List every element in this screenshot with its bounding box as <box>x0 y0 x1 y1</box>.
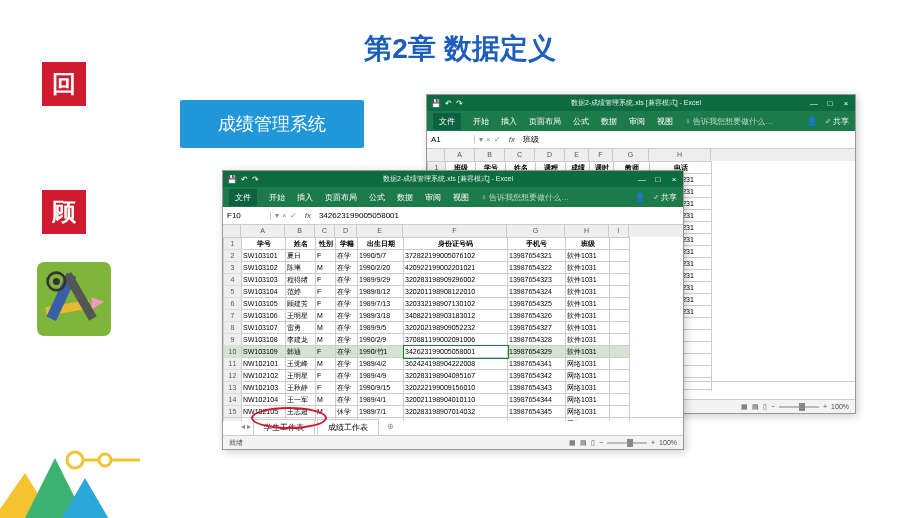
cell[interactable]: SW103106 <box>242 310 286 322</box>
row-header[interactable]: 4 <box>224 274 242 286</box>
ribbon-tab[interactable]: 数据 <box>601 116 617 127</box>
cell[interactable]: 在学 <box>336 334 358 346</box>
maximize-icon[interactable]: □ <box>653 175 663 184</box>
cell[interactable]: SW103105 <box>242 298 286 310</box>
cell[interactable]: 范婷 <box>286 286 316 298</box>
cell[interactable]: 320283198904095167 <box>404 370 508 382</box>
cell[interactable]: NW102104 <box>242 394 286 406</box>
zoom-in-icon[interactable]: + <box>823 403 827 410</box>
sheet-tab-grades[interactable]: 成绩工作表 <box>317 419 379 435</box>
cell[interactable]: 13987654328 <box>508 334 566 346</box>
cell[interactable]: 362424198904222008 <box>404 358 508 370</box>
dropdown-icon[interactable]: ▾ <box>275 211 279 220</box>
header-cell[interactable]: 手机号 <box>508 238 566 250</box>
cell[interactable]: 李建龙 <box>286 334 316 346</box>
cell[interactable]: 王明星 <box>286 310 316 322</box>
view-break-icon[interactable]: ▯ <box>591 439 595 447</box>
cell[interactable]: 13987654325 <box>508 298 566 310</box>
fx-icon[interactable]: fx <box>301 211 315 220</box>
cell[interactable]: 软件1031 <box>566 334 610 346</box>
cell[interactable]: 软件1031 <box>566 262 610 274</box>
cell[interactable]: 在学 <box>336 286 358 298</box>
cell[interactable]: SW103102 <box>242 262 286 274</box>
cell[interactable]: 在学 <box>336 262 358 274</box>
cell[interactable]: 雷勇 <box>286 322 316 334</box>
col-header[interactable]: E <box>565 149 589 161</box>
name-box[interactable]: A1 <box>427 135 475 144</box>
cell[interactable]: 1989/8/12 <box>358 286 404 298</box>
cell[interactable]: 软件1031 <box>566 286 610 298</box>
cell[interactable]: 王志超 <box>286 406 316 418</box>
row-header[interactable]: 3 <box>224 262 242 274</box>
cell[interactable]: 网络1031 <box>566 358 610 370</box>
cell[interactable]: 13987654324 <box>508 286 566 298</box>
cell[interactable]: NW102103 <box>242 382 286 394</box>
cell[interactable]: 休学 <box>336 406 358 418</box>
cell[interactable]: 320202198909052232 <box>404 322 508 334</box>
cell[interactable]: 13987654342 <box>508 370 566 382</box>
col-header[interactable]: G <box>507 225 565 237</box>
cell[interactable]: F <box>316 382 336 394</box>
ribbon-tab[interactable]: 审阅 <box>425 192 441 203</box>
col-header[interactable]: B <box>475 149 505 161</box>
cell[interactable]: NW102105 <box>242 406 286 418</box>
cell[interactable]: 340822198903183012 <box>404 310 508 322</box>
cell[interactable]: 1989/7/13 <box>358 298 404 310</box>
cell[interactable]: 1989/7/1 <box>358 406 404 418</box>
cell[interactable]: 网络1031 <box>566 394 610 406</box>
cell[interactable]: 夏日 <box>286 250 316 262</box>
cell[interactable]: 1990/2/9 <box>358 334 404 346</box>
cell[interactable]: 1989/4/1 <box>358 394 404 406</box>
header-cell[interactable]: 姓名 <box>286 238 316 250</box>
ribbon-tab[interactable]: 页面布局 <box>325 192 357 203</box>
col-header[interactable]: I <box>609 225 629 237</box>
view-break-icon[interactable]: ▯ <box>763 403 767 411</box>
cell[interactable]: M <box>316 262 336 274</box>
cell[interactable]: 软件1031 <box>566 250 610 262</box>
col-header[interactable]: D <box>535 149 565 161</box>
ribbon-tab[interactable]: 公式 <box>573 116 589 127</box>
cell[interactable]: 320201198908122010 <box>404 286 508 298</box>
zoom-slider[interactable] <box>607 442 647 444</box>
view-layout-icon[interactable]: ▤ <box>752 403 759 411</box>
header-cell[interactable]: 出生日期 <box>358 238 404 250</box>
ribbon-tab[interactable]: 审阅 <box>629 116 645 127</box>
row-header[interactable]: 5 <box>224 286 242 298</box>
cell[interactable]: 在学 <box>336 322 358 334</box>
cell[interactable]: 软件1031 <box>566 298 610 310</box>
col-header[interactable]: F <box>589 149 613 161</box>
cell[interactable]: 1989/9/29 <box>358 274 404 286</box>
cell[interactable]: 13987654329 <box>508 346 566 358</box>
zoom-level[interactable]: 100% <box>831 403 849 410</box>
cell[interactable]: 342623199005058001 <box>404 346 508 358</box>
cell[interactable]: F <box>316 274 336 286</box>
cell[interactable]: SW103101 <box>242 250 286 262</box>
close-icon[interactable]: × <box>841 99 851 108</box>
cell[interactable]: 软件1031 <box>566 322 610 334</box>
cell[interactable]: 在学 <box>336 274 358 286</box>
cell[interactable]: M <box>316 334 336 346</box>
sheet-tab-students[interactable]: 学生工作表 <box>253 419 315 435</box>
cell[interactable]: 在学 <box>336 394 358 406</box>
cell[interactable]: 1990/2/20 <box>358 262 404 274</box>
header-cell[interactable]: 班级 <box>566 238 610 250</box>
cell[interactable]: 在学 <box>336 370 358 382</box>
col-header[interactable]: E <box>357 225 403 237</box>
ribbon-tab[interactable]: 视图 <box>657 116 673 127</box>
col-header[interactable]: D <box>335 225 357 237</box>
cell[interactable]: 王觉峰 <box>286 358 316 370</box>
cell[interactable]: NW102101 <box>242 358 286 370</box>
row-header[interactable]: 14 <box>224 394 242 406</box>
ribbon-tab[interactable]: 文件 <box>433 113 461 130</box>
cell[interactable]: 在学 <box>336 382 358 394</box>
col-header[interactable]: A <box>241 225 285 237</box>
row-header[interactable]: 7 <box>224 310 242 322</box>
cell[interactable]: 王明星 <box>286 370 316 382</box>
save-icon[interactable]: 💾 <box>227 175 237 184</box>
cell[interactable]: 320222199009156010 <box>404 382 508 394</box>
cell[interactable]: 王一军 <box>286 394 316 406</box>
cell[interactable]: SW103109 <box>242 346 286 358</box>
cell[interactable]: 网络1031 <box>566 406 610 418</box>
tell-me[interactable]: ♀ 告诉我您想要做什么… <box>481 192 569 203</box>
ribbon-tab[interactable]: 开始 <box>269 192 285 203</box>
